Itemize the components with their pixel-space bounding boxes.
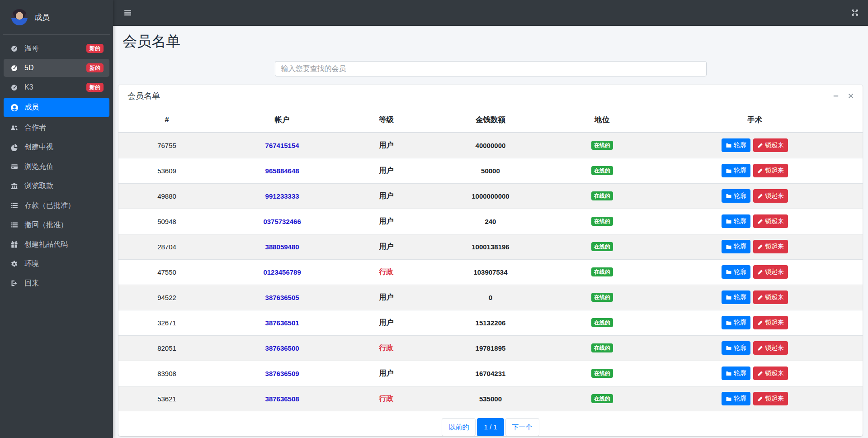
lock-button[interactable]: 锁起来 — [753, 367, 788, 380]
sidebar-item-create-agent-view[interactable]: 创建中视 — [4, 138, 109, 156]
profile-button[interactable]: 轮廓 — [722, 341, 750, 355]
header-level: 等级 — [349, 107, 424, 133]
amount-cell: 240 — [424, 209, 557, 234]
table-row: 475500123456789行政103907534在线的轮廓锁起来 — [118, 259, 863, 285]
sign-out-icon — [9, 280, 19, 287]
top-navbar — [113, 0, 868, 26]
card-title: 会员名单 — [127, 90, 160, 101]
level-cell: 用户 — [349, 361, 424, 386]
pagination-next[interactable]: 下一个 — [505, 418, 539, 436]
level-cell: 用户 — [349, 310, 424, 335]
lock-button[interactable]: 锁起来 — [753, 316, 788, 329]
sidebar-item-browse-withdrawal[interactable]: 浏览取款 — [4, 177, 109, 195]
lock-button[interactable]: 锁起来 — [753, 392, 788, 405]
pagination-previous[interactable]: 以前的 — [442, 418, 476, 436]
account-link[interactable]: 387636501 — [265, 319, 299, 327]
sidebar-item-label: 回来 — [24, 279, 39, 288]
account-link[interactable]: 0123456789 — [263, 268, 301, 276]
sidebar-item-withdrawals-approved[interactable]: 撤回（批准） — [4, 216, 109, 234]
profile-button[interactable]: 轮廓 — [722, 367, 750, 380]
table-row: 49880991233333用户1000000000在线的轮廓锁起来 — [118, 183, 863, 209]
minimize-icon[interactable] — [833, 93, 839, 99]
profile-button[interactable]: 轮廓 — [722, 290, 750, 304]
folder-icon — [726, 396, 732, 402]
profile-button[interactable]: 轮廓 — [722, 392, 750, 405]
sidebar-item-dashboard-k3[interactable]: K3新的 — [4, 78, 109, 96]
status-badge: 在线的 — [591, 166, 613, 175]
lock-button[interactable]: 锁起来 — [753, 189, 788, 203]
sidebar-item-members[interactable]: 成员 — [4, 98, 109, 117]
new-badge: 新的 — [86, 83, 104, 92]
member-id-cell: 53621 — [118, 386, 215, 411]
sidebar-item-browse-recharge[interactable]: 浏览充值 — [4, 157, 109, 176]
header-actions: 手术 — [647, 107, 863, 133]
account-link[interactable]: 965884648 — [265, 167, 299, 175]
gift-icon — [9, 241, 19, 248]
lock-button[interactable]: 锁起来 — [753, 341, 788, 355]
account-link[interactable]: 0375732466 — [263, 218, 301, 225]
sidebar-item-logout[interactable]: 回来 — [4, 274, 109, 292]
lock-button[interactable]: 锁起来 — [753, 214, 788, 228]
member-id-cell: 28704 — [118, 234, 215, 259]
sidebar-item-settings[interactable]: 环境 — [4, 255, 109, 273]
folder-icon — [726, 193, 732, 199]
profile-button[interactable]: 轮廓 — [722, 189, 750, 203]
pagination-current[interactable]: 1 / 1 — [477, 418, 504, 436]
profile-button[interactable]: 轮廓 — [722, 240, 750, 253]
profile-button[interactable]: 轮廓 — [722, 214, 750, 228]
lock-button[interactable]: 锁起来 — [753, 240, 788, 253]
sidebar-item-partners[interactable]: 合作者 — [4, 119, 109, 137]
close-icon[interactable] — [848, 93, 854, 99]
amount-cell: 0 — [424, 285, 557, 310]
amount-cell: 1000138196 — [424, 234, 557, 259]
sidebar-item-deposits-approved[interactable]: 存款（已批准） — [4, 196, 109, 214]
page-title: 会员名单 — [123, 32, 863, 52]
level-cell: 用户 — [349, 158, 424, 183]
lock-button[interactable]: 锁起来 — [753, 138, 788, 152]
sidebar-item-label: 5D — [24, 64, 33, 72]
status-badge: 在线的 — [591, 242, 613, 251]
amount-cell: 103907534 — [424, 259, 557, 285]
status-badge: 在线的 — [591, 318, 613, 327]
sidebar-item-label: 合作者 — [24, 123, 46, 133]
sidebar-item-label: 存款（已批准） — [24, 201, 75, 210]
search-input[interactable] — [275, 61, 707, 76]
table-row: 28704388059480用户1000138196在线的轮廓锁起来 — [118, 234, 863, 259]
sidebar-item-label: 浏览取款 — [24, 181, 53, 191]
lock-button[interactable]: 锁起来 — [753, 265, 788, 279]
account-link[interactable]: 767415154 — [265, 142, 299, 149]
header-status: 地位 — [557, 107, 647, 133]
level-cell: 行政 — [349, 386, 424, 411]
folder-icon — [726, 244, 732, 250]
profile-button[interactable]: 轮廓 — [722, 316, 750, 329]
account-link[interactable]: 387636500 — [265, 344, 299, 352]
profile-button[interactable]: 轮廓 — [722, 164, 750, 177]
lock-button[interactable]: 锁起来 — [753, 290, 788, 304]
account-link[interactable]: 991233333 — [265, 192, 299, 200]
main-column: 会员名单 会员名单 — [113, 0, 868, 438]
sidebar-item-label: 创建礼品代码 — [24, 240, 68, 249]
sidebar-item-dashboard-wenge[interactable]: 温哥新的 — [4, 39, 109, 57]
fullscreen-icon[interactable] — [851, 9, 859, 17]
folder-icon — [726, 168, 732, 174]
profile-button[interactable]: 轮廓 — [722, 265, 750, 279]
member-id-cell: 94522 — [118, 285, 215, 310]
member-id-cell: 76755 — [118, 133, 215, 158]
account-link[interactable]: 387636505 — [265, 294, 299, 301]
menu-toggle-icon[interactable] — [124, 9, 132, 17]
account-link[interactable]: 388059480 — [265, 243, 299, 251]
sidebar-item-create-gift-code[interactable]: 创建礼品代码 — [4, 235, 109, 253]
new-badge: 新的 — [86, 63, 104, 72]
pencil-icon — [757, 371, 763, 376]
new-badge: 新的 — [86, 44, 104, 53]
sidebar-item-dashboard-5d[interactable]: 5D新的 — [4, 59, 109, 77]
pencil-icon — [757, 295, 763, 300]
profile-button[interactable]: 轮廓 — [722, 138, 750, 152]
table-row: 53621387636508行政535000在线的轮廓锁起来 — [118, 386, 863, 411]
lock-button[interactable]: 锁起来 — [753, 164, 788, 177]
actions-cell: 轮廓锁起来 — [647, 310, 863, 335]
status-badge: 在线的 — [591, 343, 613, 352]
actions-cell: 轮廓锁起来 — [647, 183, 863, 209]
account-link[interactable]: 387636509 — [265, 370, 299, 377]
account-link[interactable]: 387636508 — [265, 395, 299, 403]
